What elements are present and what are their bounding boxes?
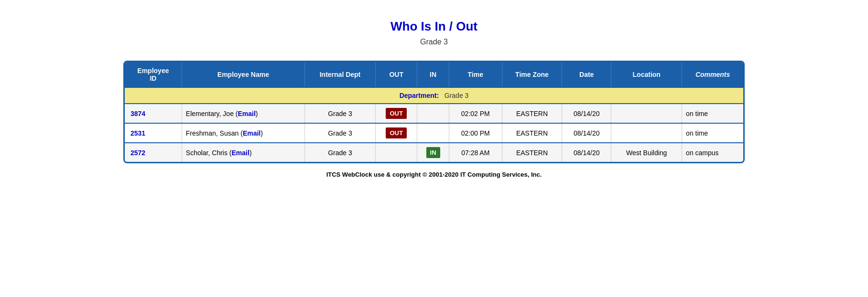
- comments-cell: on time: [682, 123, 743, 143]
- department-value: Grade 3: [445, 92, 469, 99]
- date-cell: 08/14/20: [562, 143, 611, 162]
- col-header-comments: Comments: [682, 62, 743, 87]
- location-cell: West Building: [611, 143, 682, 162]
- emp-name-cell: Elementary, Joe (Email): [182, 104, 304, 123]
- timezone-cell: EASTERN: [502, 123, 562, 143]
- date-cell: 08/14/20: [562, 123, 611, 143]
- col-header-date: Date: [562, 62, 611, 87]
- comments-cell: on time: [682, 104, 743, 123]
- emp-id-cell: 3874: [125, 104, 182, 123]
- out-badge: OUT: [386, 127, 406, 138]
- employee-table: EmployeeID Employee Name Internal Dept O…: [125, 62, 743, 162]
- emp-id-cell: 2531: [125, 123, 182, 143]
- location-cell: [611, 104, 682, 123]
- table-row: 2572Scholar, Chris (Email)Grade 3IN07:28…: [125, 143, 743, 162]
- location-cell: [611, 123, 682, 143]
- table-row: 2531Freshman, Susan (Email)Grade 3OUT02:…: [125, 123, 743, 143]
- emp-name-cell: Scholar, Chris (Email): [182, 143, 304, 162]
- col-header-emp-id: EmployeeID: [125, 62, 182, 87]
- out-cell: [376, 143, 417, 162]
- in-cell: [417, 123, 449, 143]
- time-cell: 07:28 AM: [449, 143, 502, 162]
- out-cell: OUT: [376, 123, 417, 143]
- dept-cell: Grade 3: [304, 123, 375, 143]
- emp-id-cell: 2572: [125, 143, 182, 162]
- department-label: Department:: [400, 92, 439, 99]
- email-link[interactable]: Email: [243, 129, 260, 137]
- dept-cell: Grade 3: [304, 143, 375, 162]
- timezone-cell: EASTERN: [502, 143, 562, 162]
- email-link[interactable]: Email: [232, 149, 250, 157]
- dept-cell: Grade 3: [304, 104, 375, 123]
- col-header-time: Time: [449, 62, 502, 87]
- page-title: Who Is In / Out: [391, 19, 477, 34]
- col-header-out: OUT: [376, 62, 417, 87]
- table-header-row: EmployeeID Employee Name Internal Dept O…: [125, 62, 743, 87]
- col-header-in: IN: [417, 62, 449, 87]
- page-subtitle: Grade 3: [420, 38, 448, 46]
- in-cell: [417, 104, 449, 123]
- table-row: 3874Elementary, Joe (Email)Grade 3OUT02:…: [125, 104, 743, 123]
- out-cell: OUT: [376, 104, 417, 123]
- department-cell: Department: Grade 3: [125, 87, 743, 104]
- main-table-wrapper: EmployeeID Employee Name Internal Dept O…: [123, 61, 745, 163]
- emp-name-cell: Freshman, Susan (Email): [182, 123, 304, 143]
- date-cell: 08/14/20: [562, 104, 611, 123]
- col-header-emp-name: Employee Name: [182, 62, 304, 87]
- comments-cell: on campus: [682, 143, 743, 162]
- timezone-cell: EASTERN: [502, 104, 562, 123]
- in-badge: IN: [426, 147, 440, 158]
- col-header-internal-dept: Internal Dept: [304, 62, 375, 87]
- out-badge: OUT: [386, 108, 406, 119]
- col-header-location: Location: [611, 62, 682, 87]
- email-link[interactable]: Email: [238, 110, 255, 117]
- in-cell: IN: [417, 143, 449, 162]
- footer-text: ITCS WebClock use & copyright © 2001-202…: [326, 171, 542, 178]
- col-header-timezone: Time Zone: [502, 62, 562, 87]
- department-row: Department: Grade 3: [125, 87, 743, 104]
- time-cell: 02:02 PM: [449, 104, 502, 123]
- time-cell: 02:00 PM: [449, 123, 502, 143]
